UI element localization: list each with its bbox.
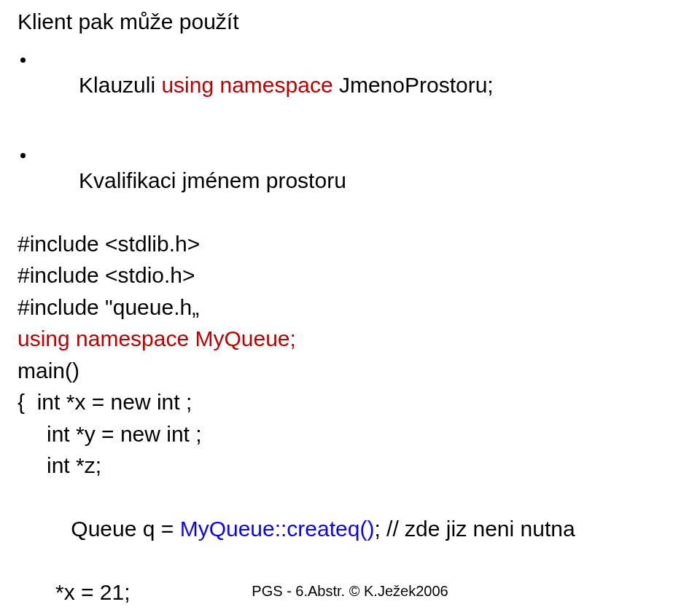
- code-y39: *y = 39;: [18, 608, 682, 616]
- slide-footer: PGS - 6.Abstr. © K.Ježek2006: [0, 581, 700, 602]
- code-include-1: #include <stdlib.h>: [18, 228, 682, 260]
- code-intz: int *z;: [18, 450, 682, 482]
- code-queue-post: ; // zde jiz neni nutna: [374, 517, 575, 541]
- bullet-2-text: Kvalifikaci jménem prostoru: [42, 133, 346, 228]
- code-brace-intx: { int *x = new int ;: [18, 386, 682, 418]
- slide-page: Klient pak může použít Klauzuli using na…: [0, 0, 700, 615]
- bullet-2-pre: Kvalifikaci jménem prostoru: [79, 168, 346, 192]
- bullet-2: Kvalifikaci jménem prostoru: [18, 133, 682, 228]
- bullet-1-kw: using namespace: [161, 73, 332, 97]
- page-title: Klient pak může použít: [18, 6, 682, 38]
- code-queue-call: MyQueue::createq(): [180, 517, 375, 541]
- code-include-3: #include "queue.h„: [18, 291, 682, 324]
- code-main: main(): [18, 355, 682, 387]
- code-include-2: #include <stdio.h>: [18, 259, 682, 291]
- bullet-dot-icon: [18, 38, 42, 70]
- code-inty: int *y = new int ;: [18, 418, 682, 450]
- bullet-dot-icon: [18, 133, 42, 165]
- bullet-1-post: JmenoProstoru;: [333, 73, 494, 97]
- code-queue-pre: Queue q =: [71, 517, 179, 541]
- bullet-1-text: Klauzuli using namespace JmenoProstoru;: [42, 38, 494, 133]
- code-queue-line: Queue q = MyQueue::createq(); // zde jiz…: [18, 482, 682, 577]
- code-using-namespace: using namespace MyQueue;: [18, 323, 682, 355]
- bullet-1: Klauzuli using namespace JmenoProstoru;: [18, 38, 682, 133]
- bullet-1-pre: Klauzuli: [79, 73, 161, 97]
